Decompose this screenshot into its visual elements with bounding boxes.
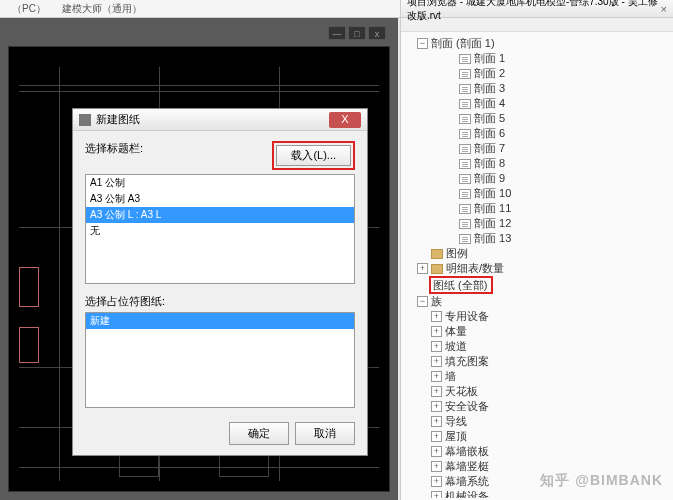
tree-family-item[interactable]: +导线 [403, 414, 671, 429]
expander-icon[interactable]: + [431, 446, 442, 457]
placeholder-listbox[interactable]: 新建 [85, 312, 355, 408]
sheet-icon [459, 144, 471, 154]
tree-section-item[interactable]: 剖面 13 [403, 231, 671, 246]
expander-icon[interactable]: + [431, 371, 442, 382]
minimize-icon[interactable]: — [328, 26, 346, 40]
expander-icon [445, 218, 456, 229]
titleblock-listbox[interactable]: A1 公制A3 公制 A3A3 公制 L : A3 L无 [85, 174, 355, 284]
tree-label: 导线 [445, 414, 467, 429]
tree-family-item[interactable]: +屋顶 [403, 429, 671, 444]
tree-family-item[interactable]: +体量 [403, 324, 671, 339]
tree-label: 剖面 11 [474, 201, 511, 216]
tree-label: 剖面 10 [474, 186, 511, 201]
titleblock-item[interactable]: A1 公制 [86, 175, 354, 191]
ok-button[interactable]: 确定 [229, 422, 289, 445]
tree-section-item[interactable]: 剖面 7 [403, 141, 671, 156]
tree-family-item[interactable]: +幕墙系统 [403, 474, 671, 489]
tree-label: 填充图案 [445, 354, 489, 369]
tree-section-item[interactable]: 剖面 6 [403, 126, 671, 141]
tree-section-item[interactable]: 剖面 11 [403, 201, 671, 216]
tree-label: 剖面 (剖面 1) [431, 36, 495, 51]
titleblock-item[interactable]: A3 公制 A3 [86, 191, 354, 207]
tree-label: 幕墙系统 [445, 474, 489, 489]
expander-icon[interactable]: + [431, 416, 442, 427]
titleblock-item[interactable]: A3 公制 L : A3 L [86, 207, 354, 223]
expander-icon[interactable]: + [431, 311, 442, 322]
tree-label: 体量 [445, 324, 467, 339]
expander-icon [445, 53, 456, 64]
browser-close-icon[interactable]: × [661, 3, 667, 15]
tree-label: 幕墙嵌板 [445, 444, 489, 459]
tree-label: 幕墙竖梃 [445, 459, 489, 474]
expander-icon [445, 113, 456, 124]
tree-family-item[interactable]: +安全设备 [403, 399, 671, 414]
expander-icon[interactable]: + [431, 431, 442, 442]
tree-legend[interactable]: 图例 [403, 246, 671, 261]
maximize-icon[interactable]: □ [348, 26, 366, 40]
dialog-titlebar[interactable]: 新建图纸 X [73, 109, 367, 131]
tree-sheets-label[interactable]: 图纸 (全部) [433, 278, 487, 293]
sheet-icon [459, 99, 471, 109]
tree-label: 剖面 13 [474, 231, 511, 246]
tree-label: 安全设备 [445, 399, 489, 414]
tree-sections-root[interactable]: −剖面 (剖面 1) [403, 36, 671, 51]
close-icon[interactable]: x [368, 26, 386, 40]
tree-family-item[interactable]: +填充图案 [403, 354, 671, 369]
expander-icon[interactable]: − [417, 296, 428, 307]
tree-section-item[interactable]: 剖面 9 [403, 171, 671, 186]
dialog-close-button[interactable]: X [329, 112, 361, 128]
ribbon-tab-pc[interactable]: （PC） [4, 0, 54, 18]
sheet-icon [459, 129, 471, 139]
tree-section-item[interactable]: 剖面 8 [403, 156, 671, 171]
expander-icon[interactable]: − [417, 38, 428, 49]
ribbon-tab-master[interactable]: 建模大师（通用） [54, 0, 150, 18]
tree-label: 剖面 9 [474, 171, 505, 186]
browser-header[interactable]: 项目浏览器 - 城建大厦地库机电模型-管综7.30版 - 吴工修改版.rvt × [401, 0, 673, 18]
expander-icon[interactable]: + [431, 461, 442, 472]
tree-family-item[interactable]: +幕墙竖梃 [403, 459, 671, 474]
tree-families-root[interactable]: −族 [403, 294, 671, 309]
expander-icon [445, 188, 456, 199]
tree-label: 墙 [445, 369, 456, 384]
expander-icon[interactable]: + [431, 341, 442, 352]
new-sheet-dialog: 新建图纸 X 选择标题栏: 载入(L)... A1 公制A3 公制 A3A3 公… [72, 108, 368, 456]
expander-icon[interactable]: + [431, 401, 442, 412]
tree-family-item[interactable]: +天花板 [403, 384, 671, 399]
project-tree[interactable]: −剖面 (剖面 1)剖面 1剖面 2剖面 3剖面 4剖面 5剖面 6剖面 7剖面… [401, 32, 673, 498]
folder-icon [431, 264, 443, 274]
tree-section-item[interactable]: 剖面 5 [403, 111, 671, 126]
expander-icon[interactable]: + [431, 386, 442, 397]
sheet-icon [459, 219, 471, 229]
expander-icon [445, 173, 456, 184]
tree-section-item[interactable]: 剖面 2 [403, 66, 671, 81]
tree-label: 剖面 5 [474, 111, 505, 126]
expander-icon[interactable]: + [431, 326, 442, 337]
titleblock-label: 选择标题栏: [85, 141, 143, 156]
load-button[interactable]: 载入(L)... [276, 145, 351, 166]
tree-section-item[interactable]: 剖面 1 [403, 51, 671, 66]
tree-family-item[interactable]: +专用设备 [403, 309, 671, 324]
sheet-icon [459, 84, 471, 94]
tree-family-item[interactable]: +墙 [403, 369, 671, 384]
expander-icon[interactable]: + [417, 263, 428, 274]
expander-icon [445, 233, 456, 244]
tree-family-item[interactable]: +坡道 [403, 339, 671, 354]
tree-family-item[interactable]: +幕墙嵌板 [403, 444, 671, 459]
placeholder-item[interactable]: 新建 [86, 313, 354, 329]
expander-icon [445, 158, 456, 169]
cancel-button[interactable]: 取消 [295, 422, 355, 445]
tree-family-item[interactable]: +机械设备 [403, 489, 671, 498]
expander-icon[interactable]: + [431, 476, 442, 487]
expander-icon[interactable]: + [431, 356, 442, 367]
tree-section-item[interactable]: 剖面 10 [403, 186, 671, 201]
sheet-icon [459, 69, 471, 79]
tree-schedules[interactable]: +明细表/数量 [403, 261, 671, 276]
tree-section-item[interactable]: 剖面 12 [403, 216, 671, 231]
tree-label: 专用设备 [445, 309, 489, 324]
tree-section-item[interactable]: 剖面 4 [403, 96, 671, 111]
tree-section-item[interactable]: 剖面 3 [403, 81, 671, 96]
titleblock-item[interactable]: 无 [86, 223, 354, 239]
tree-label: 图例 [446, 246, 468, 261]
sheets-node-highlight: 图纸 (全部) [429, 276, 493, 294]
expander-icon[interactable]: + [431, 491, 442, 498]
